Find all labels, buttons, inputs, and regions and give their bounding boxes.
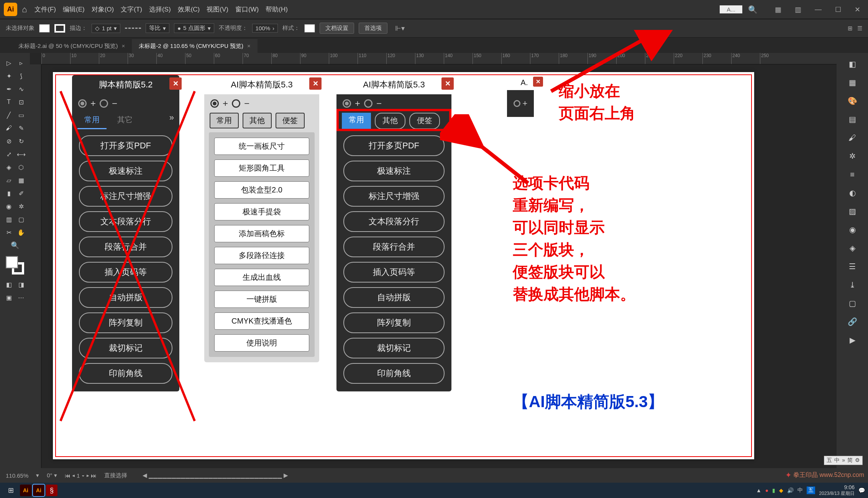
transparency-panel-icon[interactable]: ▨: [844, 204, 860, 219]
preferences-button[interactable]: 首选项: [359, 23, 387, 34]
free-transform-tool[interactable]: ◈: [3, 161, 15, 173]
links-panel-icon[interactable]: 🔗: [844, 314, 860, 329]
document-tab[interactable]: 未标题-2 @ 110.65 % (CMYK/CPU 预览)×: [132, 39, 258, 53]
blend-tool[interactable]: ◉: [3, 200, 15, 212]
stroke-weight-input[interactable]: ◇1 pt▾: [92, 24, 120, 33]
rotate-tool[interactable]: ↻: [15, 135, 27, 147]
script-button[interactable]: 自动拼版: [343, 287, 445, 308]
maximize-button[interactable]: ☐: [831, 5, 845, 14]
script-button[interactable]: 一键拼版: [214, 291, 309, 308]
graphic-style-swatch[interactable]: [304, 24, 315, 33]
column-graph-tool[interactable]: ▥: [3, 213, 15, 225]
touch-type-tool[interactable]: ⊡: [15, 96, 27, 108]
panel-tab-other[interactable]: 其他: [243, 113, 272, 128]
panel-close-button[interactable]: ✕: [441, 77, 454, 90]
arrange-docs-icon[interactable]: ▦: [771, 5, 785, 14]
perspective-tool[interactable]: ▱: [3, 174, 15, 186]
taskbar-app-other[interactable]: §: [46, 485, 57, 496]
asset-export-panel-icon[interactable]: ⤓: [844, 278, 860, 292]
libraries-panel-icon[interactable]: ▦: [844, 75, 860, 90]
slice-tool[interactable]: ✂: [3, 226, 15, 238]
gradient-panel-icon[interactable]: ◐: [844, 186, 860, 200]
artboards-panel-icon[interactable]: ▢: [844, 296, 860, 311]
script-button[interactable]: 阵列复制: [343, 312, 445, 333]
tray-icon[interactable]: ●: [765, 487, 768, 493]
script-mini-indicator[interactable]: A...: [720, 5, 742, 13]
align-icon[interactable]: ⊩▾: [395, 24, 405, 33]
taskbar-clock[interactable]: 9:06 2023/8/13 星期日: [819, 484, 855, 496]
minimize-button[interactable]: —: [811, 5, 825, 13]
notification-icon[interactable]: 💬: [858, 487, 865, 493]
tray-ime-icon[interactable]: 中: [797, 487, 803, 494]
magic-wand-tool[interactable]: ✦: [3, 70, 15, 82]
menu-object[interactable]: 对象(O): [92, 5, 114, 14]
panel-toggle-icon[interactable]: ⊞: [848, 25, 853, 32]
color-mode-icon[interactable]: ◧: [3, 278, 15, 291]
fill-stroke-control[interactable]: [6, 256, 24, 274]
pencil-tool[interactable]: ✎: [15, 122, 27, 134]
ime-toolbar[interactable]: 五中»简⚙: [824, 456, 863, 465]
tray-icon[interactable]: ▲: [756, 487, 761, 493]
scale-tool[interactable]: ⤢: [3, 148, 15, 160]
tab-close-icon[interactable]: ×: [247, 43, 251, 49]
tray-icon[interactable]: ▮: [772, 487, 775, 493]
stroke-style-preview[interactable]: [125, 28, 141, 29]
radio-on-icon[interactable]: [343, 99, 351, 108]
script-button[interactable]: 插入页码等: [343, 262, 445, 283]
tray-ime-icon[interactable]: 五: [807, 486, 815, 494]
stroke-swatch[interactable]: [54, 24, 65, 33]
panel-expand-icon[interactable]: ☰: [857, 25, 862, 32]
document-setup-button[interactable]: 文档设置: [320, 23, 354, 34]
screen-mode-icon[interactable]: ▣: [3, 291, 15, 304]
color-panel-icon[interactable]: 🎨: [844, 94, 860, 108]
radio-off-icon[interactable]: [364, 99, 372, 108]
radio-on-icon[interactable]: [514, 100, 520, 107]
menu-type[interactable]: 文字(T): [121, 5, 142, 14]
panel-close-button[interactable]: ✕: [309, 77, 322, 90]
panel-tab-notes[interactable]: 便签: [276, 113, 305, 128]
menu-file[interactable]: 文件(F): [34, 5, 56, 14]
properties-panel-icon[interactable]: ◧: [844, 57, 860, 71]
scale-dropdown[interactable]: 等比▾: [146, 23, 169, 33]
symbol-sprayer-tool[interactable]: ✲: [15, 200, 27, 212]
appearance-panel-icon[interactable]: ◉: [844, 222, 860, 237]
eraser-tool[interactable]: ⊘: [3, 135, 15, 147]
artboard-nav[interactable]: ⏮ ◀ 1 ▾ ▶ ⏭: [65, 472, 97, 479]
swatches-panel-icon[interactable]: ▤: [844, 112, 860, 127]
direct-selection-tool[interactable]: ▹: [15, 57, 27, 69]
gradient-tool[interactable]: ▮: [3, 187, 15, 199]
stroke-panel-icon[interactable]: ≡: [844, 167, 860, 182]
script-button[interactable]: 包装盒型2.0: [214, 181, 309, 199]
zoom-level[interactable]: 110.65%: [6, 472, 28, 479]
paintbrush-tool[interactable]: 🖌: [3, 122, 15, 134]
shape-builder-tool[interactable]: ⬡: [15, 161, 27, 173]
brush-dropdown[interactable]: ●5 点圆形▾: [174, 23, 214, 33]
close-button[interactable]: ✕: [851, 5, 864, 14]
eyedropper-tool[interactable]: ✐: [15, 187, 27, 199]
actions-panel-icon[interactable]: ▶: [844, 333, 860, 347]
edit-toolbar-icon[interactable]: ⋯: [15, 291, 27, 304]
brushes-panel-icon[interactable]: 🖌: [844, 130, 860, 145]
draw-mode-icon[interactable]: ◨: [15, 278, 27, 291]
tray-volume-icon[interactable]: 🔊: [787, 487, 794, 493]
document-tab[interactable]: 未标题-2.ai @ 50 % (CMYK/CPU 预览)×: [11, 39, 132, 53]
script-button[interactable]: 统一画板尺寸: [214, 138, 309, 155]
script-button[interactable]: 添加画稿色标: [214, 225, 309, 242]
menu-select[interactable]: 选择(S): [149, 5, 171, 14]
line-tool[interactable]: ╱: [3, 109, 15, 121]
script-button[interactable]: 生成出血线: [214, 269, 309, 286]
layers-panel-icon[interactable]: ☰: [844, 259, 860, 274]
canvas-area[interactable]: 0102030405060708090100110120130140150160…: [30, 53, 837, 468]
taskbar-app-illustrator[interactable]: Ai: [33, 485, 44, 496]
menu-help[interactable]: 帮助(H): [266, 5, 288, 14]
panel-close-button[interactable]: ✕: [533, 77, 543, 87]
rectangle-tool[interactable]: ▭: [15, 109, 27, 121]
curvature-tool[interactable]: ∿: [15, 83, 27, 95]
menu-edit[interactable]: 编辑(E): [63, 5, 85, 14]
script-button[interactable]: 使用说明: [214, 334, 309, 352]
menu-effect[interactable]: 效果(C): [178, 5, 200, 14]
type-tool[interactable]: T: [3, 96, 15, 108]
home-icon[interactable]: ⌂: [22, 5, 27, 15]
script-button[interactable]: CMYK查找潘通色: [214, 312, 309, 330]
tab-close-icon[interactable]: ×: [121, 43, 125, 49]
